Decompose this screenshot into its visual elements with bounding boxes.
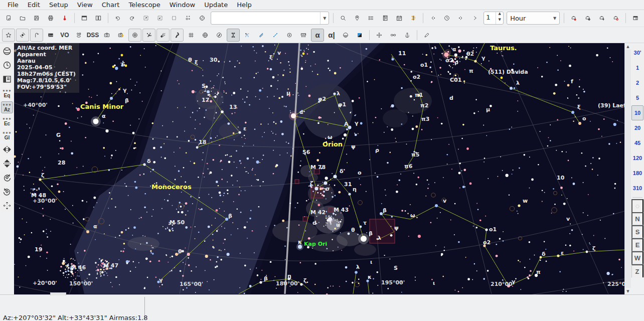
time-step-forward-button[interactable]	[454, 12, 467, 25]
toggle-asteroids-button[interactable]	[142, 29, 155, 42]
toggle-planets-button[interactable]	[128, 29, 141, 42]
time-step-value-value[interactable]: 1	[484, 12, 496, 24]
select-region-button[interactable]	[168, 12, 181, 25]
scroll-up-arrow[interactable]: ▲	[625, 43, 631, 50]
object-list-button[interactable]	[365, 12, 378, 25]
lock-chart-button[interactable]	[401, 29, 414, 42]
observatory-location-button[interactable]	[351, 12, 364, 25]
night-mode-button[interactable]	[353, 29, 366, 42]
coord-galactic-button[interactable]: ✶✶✶Gl	[1, 129, 13, 141]
coord-ecliptic-button[interactable]: ✶✶✶Ec	[1, 115, 13, 127]
edit-labels-button[interactable]: α|	[325, 29, 338, 42]
flip-horizontal-button[interactable]	[1, 143, 13, 155]
fov-button-30m[interactable]: 30'	[631, 45, 643, 60]
equatorial-grid-button[interactable]	[199, 29, 212, 42]
constellation-art-button[interactable]	[241, 29, 254, 42]
new-chart-button[interactable]	[2, 12, 15, 25]
toggle-stars-button[interactable]	[2, 29, 15, 42]
object-search-input-field[interactable]	[211, 13, 320, 23]
flip-vertical-button[interactable]	[1, 157, 13, 170]
fov-button-10[interactable]: 10	[631, 105, 643, 120]
look-s-button[interactable]: S	[631, 225, 643, 238]
telescope-goto-button[interactable]	[581, 12, 594, 25]
altaz-grid-button[interactable]	[185, 29, 198, 42]
menu-item-help[interactable]: Help	[232, 1, 256, 9]
splitter-handle[interactable]	[50, 292, 66, 295]
telescope-abort-button[interactable]	[609, 12, 622, 25]
fov-button-310[interactable]: 310	[631, 181, 643, 196]
horizon-button[interactable]	[339, 29, 352, 42]
menu-item-update[interactable]: Update	[200, 1, 232, 9]
twilight-button[interactable]	[407, 12, 420, 25]
time-now-button[interactable]	[440, 12, 453, 25]
time-step-unit[interactable]: Hour▼	[507, 12, 560, 25]
fov-button-120[interactable]: 120	[631, 150, 643, 166]
sky-chart[interactable]: Alt/Az coord. MERApparentAarau2025-04-05…	[14, 43, 624, 294]
constellation-figures-button[interactable]	[227, 29, 240, 42]
reset-view-button[interactable]	[196, 12, 209, 25]
time-play-button[interactable]	[468, 12, 481, 25]
look-n-button[interactable]: N	[631, 212, 643, 225]
constellation-boundaries-button[interactable]	[255, 29, 268, 42]
toggle-outlines-button[interactable]	[30, 29, 43, 42]
scrollbar-track[interactable]	[625, 50, 631, 288]
distance-measure-button[interactable]	[297, 29, 310, 42]
fov-button-45[interactable]: 45	[631, 135, 643, 150]
calendar-button[interactable]	[393, 12, 406, 25]
sky-map-canvas[interactable]: Canis MinorTaurus.OrionMonocerosKap Ori+…	[14, 43, 624, 294]
object-labels-button[interactable]: α	[311, 29, 324, 42]
search-object-button[interactable]	[337, 12, 350, 25]
toggle-comets-button[interactable]	[156, 29, 170, 42]
center-cursor-button[interactable]	[1, 200, 13, 212]
multi-chart-button[interactable]	[92, 12, 105, 25]
coord-altaz-button[interactable]: ✶✶✶Az	[1, 101, 13, 113]
search-dropdown-arrow-icon[interactable]: ▼	[320, 12, 329, 24]
look-z-button[interactable]: Z	[631, 264, 643, 277]
annotation-button[interactable]	[420, 29, 433, 42]
vo-catalog-button[interactable]: VO	[58, 29, 71, 42]
coord-equatorial-button[interactable]: ✶✶✶Eq	[1, 87, 13, 99]
look-e-button[interactable]: E	[631, 238, 643, 251]
zoom-out-region-button[interactable]	[139, 12, 152, 25]
dss-image-button[interactable]: DSS	[86, 29, 99, 42]
chart-info-button[interactable]	[1, 73, 13, 85]
fov-button-20[interactable]: 20	[631, 120, 643, 135]
telescope-connect-button[interactable]	[567, 12, 580, 25]
night-alert-button[interactable]	[58, 12, 71, 25]
fov-button-5[interactable]: 5	[631, 90, 643, 105]
fov-button-1[interactable]: 1	[631, 60, 643, 75]
ephemerides-button[interactable]	[379, 12, 392, 25]
menu-item-telescope[interactable]: Telescope	[124, 1, 165, 9]
toggle-milkyway-button[interactable]	[171, 29, 184, 42]
fov-circle-button[interactable]	[631, 199, 643, 212]
telescope-sync-button[interactable]	[595, 12, 608, 25]
background-image-button[interactable]	[44, 29, 57, 42]
zoom-in-region-button[interactable]	[153, 12, 167, 25]
camera-frame-button[interactable]	[100, 29, 113, 42]
object-search-input[interactable]: ▼	[211, 12, 330, 25]
menu-item-view[interactable]: View	[73, 1, 97, 9]
new-window-button[interactable]	[629, 12, 642, 25]
menu-item-file[interactable]: File	[3, 1, 23, 9]
save-chart-button[interactable]	[30, 12, 43, 25]
pan-mode-button[interactable]	[373, 29, 386, 42]
vertical-scrollbar[interactable]: ▲ ▼	[624, 43, 631, 294]
open-chart-button[interactable]	[16, 12, 29, 25]
menu-item-window[interactable]: Window	[165, 1, 200, 9]
chart-time-button[interactable]	[1, 59, 13, 71]
star-density-button[interactable]	[182, 12, 195, 25]
object-shapes-button[interactable]	[72, 29, 85, 42]
fov-button-180[interactable]: 180	[631, 166, 643, 181]
chart-globe-button[interactable]	[1, 45, 13, 57]
field-circle-button[interactable]	[283, 29, 296, 42]
undo-button[interactable]	[111, 12, 124, 25]
look-w-button[interactable]: W	[631, 251, 643, 264]
toggle-nebulae-button[interactable]	[16, 29, 29, 42]
time-step-back-button[interactable]	[426, 12, 439, 25]
spin-down-icon[interactable]: ▼	[496, 18, 503, 24]
compass-rose-button[interactable]	[213, 29, 226, 42]
show-panel-button[interactable]	[78, 12, 91, 25]
camera-exposure-button[interactable]	[114, 29, 127, 42]
rotate-ccw-button[interactable]	[1, 186, 13, 198]
scroll-down-arrow[interactable]: ▼	[625, 288, 631, 294]
